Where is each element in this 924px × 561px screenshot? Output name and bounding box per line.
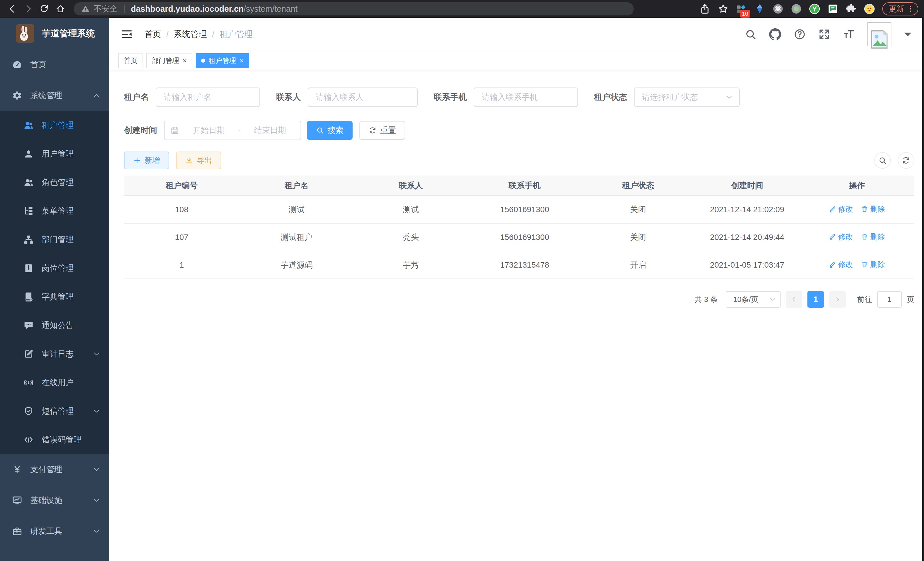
sidebar-item-org[interactable]: 部门管理 (0, 225, 109, 254)
status-label: 租户状态 (594, 92, 627, 103)
chat-extension-icon[interactable] (827, 3, 838, 14)
contact-input[interactable] (308, 87, 418, 107)
goto-page-input[interactable] (877, 291, 902, 308)
show-search-button[interactable] (874, 152, 891, 169)
sidebar-item-badge[interactable]: 岗位管理 (0, 254, 109, 283)
clover-extension-icon[interactable] (772, 3, 783, 14)
not-secure-icon (81, 5, 90, 13)
page-number-button[interactable]: 1 (807, 291, 824, 308)
table-row: 108测试测试15601691300关闭2021-12-14 21:02:09修… (124, 196, 914, 223)
tab-首页[interactable]: 首页 (118, 53, 143, 68)
delete-label: 删除 (870, 204, 885, 214)
avatar-caret-down-icon[interactable] (904, 33, 911, 40)
page-suffix: 页 (907, 295, 914, 305)
next-page-button[interactable] (829, 291, 846, 308)
export-button[interactable]: 导出 (176, 152, 221, 169)
search-icon[interactable] (745, 28, 757, 40)
sidebar-item-code[interactable]: 错误码管理 (0, 426, 109, 454)
sidebar-item-toolbox[interactable]: 研发工具 (0, 516, 109, 547)
phone-input[interactable] (474, 87, 578, 107)
avatar-emoji-icon[interactable] (864, 3, 875, 14)
sidebar-item-online[interactable]: 在线用户 (0, 368, 109, 397)
y-extension-icon[interactable] (809, 3, 820, 14)
breadcrumb-item[interactable]: 系统管理 (174, 29, 207, 40)
sidebar-item-log[interactable]: 审计日志 (0, 340, 109, 368)
tenant-name-input[interactable] (156, 87, 260, 107)
sidebar-item-tree[interactable]: 菜单管理 (0, 197, 109, 225)
recorder-extension-icon[interactable] (791, 3, 802, 14)
export-button-label: 导出 (196, 155, 212, 165)
sidebar-item-users[interactable]: 租户管理 (0, 111, 109, 140)
avatar[interactable] (867, 22, 891, 46)
chrome-update-button[interactable]: 更新 (882, 2, 918, 15)
sidebar-item-gear[interactable]: 系统管理 (0, 80, 109, 111)
refresh-table-button[interactable] (898, 152, 914, 169)
cell-contact: 秃头 (354, 223, 468, 251)
page-content: 租户名 联系人 联系手机 租户状态 请选择租户状态 (109, 70, 924, 561)
chevron-down-icon (93, 465, 100, 474)
date-range-picker[interactable]: 开始日期 - 结束日期 (164, 121, 301, 140)
reload-icon[interactable] (38, 2, 51, 15)
main-area: 首页/系统管理/租户管理 首页部门管理×租户管理× 租户名 联系人 (109, 18, 924, 561)
tab-部门管理[interactable]: 部门管理× (146, 53, 192, 68)
delete-link[interactable]: 删除 (861, 204, 885, 214)
edit-link[interactable]: 修改 (829, 204, 853, 214)
dict-icon (23, 292, 34, 302)
forward-icon[interactable] (22, 2, 35, 15)
collapse-sidebar-icon[interactable] (121, 28, 133, 41)
cell-contact: 芋艿 (354, 251, 468, 279)
reset-button[interactable]: 重置 (359, 121, 405, 140)
share-icon[interactable] (699, 3, 710, 14)
cell-contact: 测试 (354, 196, 468, 223)
column-header: 联系人 (354, 176, 468, 196)
app-logo[interactable]: 芋道管理系统 (0, 18, 109, 49)
extension-with-badge-icon[interactable]: 10 (736, 3, 747, 14)
back-icon[interactable] (6, 2, 19, 15)
close-tab-icon[interactable]: × (183, 57, 187, 64)
sidebar-item-yen[interactable]: 支付管理 (0, 454, 109, 485)
refresh-table-icon (902, 156, 910, 165)
bookmark-star-icon[interactable] (718, 3, 729, 14)
add-button[interactable]: 新增 (124, 152, 169, 169)
extensions-puzzle-icon[interactable] (846, 3, 856, 14)
toolbox-icon (12, 526, 22, 536)
font-size-icon[interactable] (843, 28, 855, 40)
address-bar[interactable]: 不安全 dashboard.yudao.iocoder.cn/system/te… (74, 2, 634, 15)
monitor-icon (12, 495, 22, 505)
sidebar-item-user[interactable]: 用户管理 (0, 140, 109, 168)
page-size-caret-icon (769, 296, 776, 303)
sidebar-item-users[interactable]: 角色管理 (0, 168, 109, 197)
column-header: 租户编号 (124, 176, 239, 196)
status-select[interactable]: 请选择租户状态 (634, 87, 740, 107)
breadcrumb-item[interactable]: 首页 (145, 29, 161, 40)
cell-phone: 15601691300 (468, 196, 581, 223)
delete-icon (861, 205, 868, 213)
users-icon (23, 177, 34, 188)
tab-租户管理[interactable]: 租户管理× (196, 53, 249, 68)
sidebar-item-label: 研发工具 (30, 526, 62, 537)
user-icon (23, 149, 34, 159)
sidebar-item-message[interactable]: 通知公告 (0, 311, 109, 340)
sidebar-item-monitor[interactable]: 基础设施 (0, 485, 109, 516)
sidebar-item-dashboard[interactable]: 首页 (0, 49, 109, 80)
sidebar-item-dict[interactable]: 字典管理 (0, 283, 109, 311)
home-icon[interactable] (54, 2, 67, 15)
fullscreen-icon[interactable] (818, 28, 830, 40)
close-tab-icon[interactable]: × (239, 57, 244, 64)
cell-actions: 修改删除 (800, 196, 914, 223)
delete-link[interactable]: 删除 (861, 232, 885, 242)
github-icon[interactable] (769, 28, 781, 40)
search-button-icon (316, 126, 324, 134)
sidebar-item-shield[interactable]: 短信管理 (0, 397, 109, 426)
kite-extension-icon[interactable] (754, 3, 765, 14)
sidebar-item-label: 租户管理 (42, 120, 74, 131)
delete-link[interactable]: 删除 (861, 260, 885, 270)
broken-image-icon (868, 28, 891, 51)
edit-link[interactable]: 修改 (829, 232, 853, 242)
help-icon[interactable] (794, 28, 806, 40)
edit-link[interactable]: 修改 (829, 260, 853, 270)
search-button[interactable]: 搜索 (307, 121, 352, 140)
prev-page-button[interactable] (786, 291, 802, 308)
page-header: 首页/系统管理/租户管理 (109, 18, 924, 51)
page-size-select[interactable]: 10条/页 (726, 291, 781, 308)
